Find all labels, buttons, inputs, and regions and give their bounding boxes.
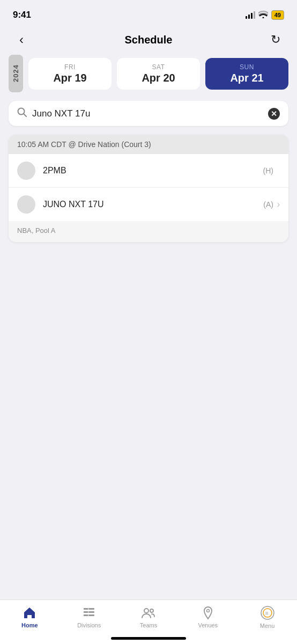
nav-item-teams[interactable]: Teams (127, 606, 170, 628)
home-indicator-container (0, 635, 297, 640)
game-time-location: 10:05 AM CDT @ Drive Nation (Court 3) (9, 135, 288, 154)
date-selector: 2024 FRI Apr 19 SAT Apr 20 SUN Apr 21 (0, 55, 297, 101)
svg-rect-7 (84, 614, 87, 616)
wifi-icon (258, 11, 268, 20)
status-time: 9:41 (13, 10, 31, 20)
home-indicator (111, 637, 186, 640)
svg-rect-5 (84, 608, 87, 610)
home-icon (23, 606, 36, 620)
nav-label-divisions: Divisions (77, 622, 101, 628)
status-bar: 9:41 49 (0, 0, 297, 27)
search-container: ✕ (9, 101, 288, 126)
search-clear-button[interactable]: ✕ (268, 108, 280, 120)
nav-label-home: Home (21, 622, 38, 628)
refresh-button[interactable]: ↻ (265, 33, 286, 47)
battery-indicator: 49 (271, 10, 284, 20)
date-num-sat: Apr 20 (123, 72, 194, 84)
team-designation-away: (A) (263, 200, 273, 209)
game-teams: 2PMB (H) JUNO NXT 17U (A) › (9, 154, 288, 221)
venues-icon (202, 606, 214, 620)
date-tab-sat[interactable]: SAT Apr 20 (117, 58, 200, 90)
game-pool-info: NBA, Pool A (9, 221, 288, 242)
date-num-sun: Apr 21 (212, 72, 282, 84)
date-num-fri: Apr 19 (35, 72, 105, 84)
chevron-right-icon: › (277, 200, 280, 209)
team-avatar-home (17, 162, 35, 180)
search-icon (17, 107, 27, 120)
teams-icon (141, 606, 156, 620)
search-input[interactable] (32, 108, 263, 119)
divisions-icon (82, 606, 96, 620)
search-bar: ✕ (9, 101, 288, 126)
date-tab-fri[interactable]: FRI Apr 19 (28, 58, 112, 90)
svg-line-1 (24, 114, 26, 116)
team-row-home[interactable]: 2PMB (H) (9, 154, 288, 188)
back-button[interactable]: ‹ (11, 32, 32, 47)
day-name-sun: SUN (212, 63, 282, 71)
svg-text:≡: ≡ (265, 610, 269, 616)
svg-point-11 (144, 609, 148, 613)
svg-point-13 (206, 610, 209, 612)
menu-icon: ≡ (260, 605, 275, 620)
team-name-home: 2PMB (43, 166, 256, 175)
date-tabs: FRI Apr 19 SAT Apr 20 SUN Apr 21 (28, 58, 288, 90)
signal-icon (246, 11, 255, 19)
year-label: 2024 (9, 55, 23, 92)
date-tab-sun[interactable]: SUN Apr 21 (205, 58, 288, 90)
nav-label-venues: Venues (198, 622, 218, 628)
nav-item-home[interactable]: Home (8, 606, 51, 628)
page-title: Schedule (125, 34, 173, 46)
nav-item-menu[interactable]: ≡ Menu (246, 605, 289, 629)
svg-point-12 (150, 609, 153, 612)
day-name-sat: SAT (123, 63, 194, 71)
svg-rect-6 (84, 611, 87, 613)
team-row-away[interactable]: JUNO NXT 17U (A) › (9, 188, 288, 221)
team-designation-home: (H) (263, 166, 273, 175)
nav-label-menu: Menu (260, 623, 275, 629)
game-card: 10:05 AM CDT @ Drive Nation (Court 3) 2P… (9, 135, 288, 242)
nav-label-teams: Teams (140, 622, 157, 628)
team-name-away: JUNO NXT 17U (43, 200, 256, 209)
team-avatar-away (17, 195, 35, 214)
day-name-fri: FRI (35, 63, 105, 71)
status-icons: 49 (246, 10, 284, 20)
nav-item-divisions[interactable]: Divisions (68, 606, 110, 628)
header: ‹ Schedule ↻ (0, 27, 297, 55)
nav-item-venues[interactable]: Venues (187, 606, 229, 628)
